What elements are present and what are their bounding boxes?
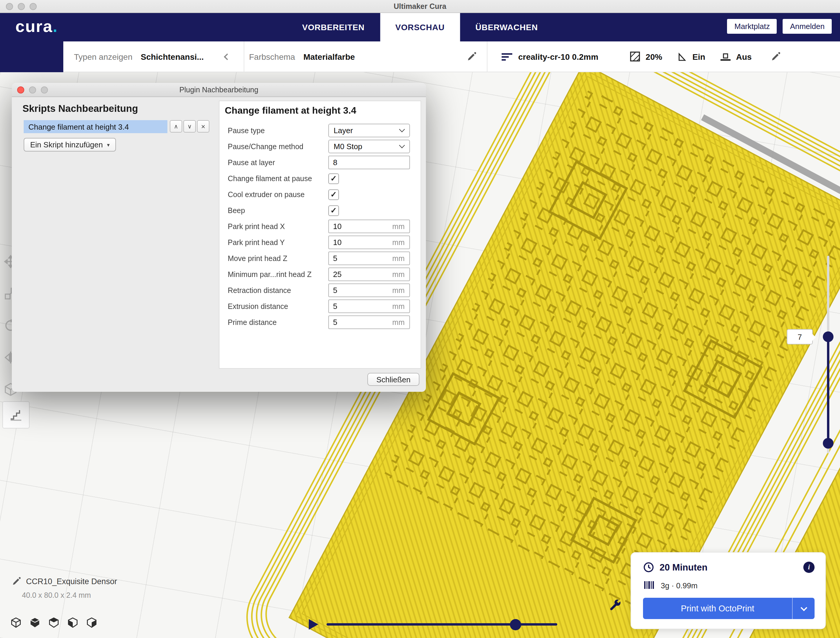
print-with-octoprint-button[interactable]: Print with OctoPrint — [643, 598, 815, 619]
print-options-caret[interactable] — [792, 598, 815, 619]
color-scheme-label: Farbschema — [249, 52, 295, 61]
zoom-window-button[interactable] — [30, 3, 37, 10]
select-value: Layer — [334, 126, 353, 135]
beep-label: Beep — [219, 206, 328, 215]
camera-view-buttons — [11, 617, 97, 628]
main-header: cura. VORBEREITENVORSCHAUÜBERWACHEN Mark… — [0, 13, 840, 41]
layer-slider[interactable]: 7 — [823, 256, 833, 453]
infill-value[interactable]: 20% — [646, 52, 662, 61]
move-print-head-z-label: Move print head Z — [219, 254, 328, 263]
field-row: Park print head Y10mm — [219, 234, 421, 250]
select-value: M0 Stop — [334, 142, 362, 151]
park-print-head-x-input[interactable]: 10mm — [328, 220, 410, 233]
layer-height-icon — [502, 52, 512, 61]
pause-type-select[interactable]: Layer — [328, 124, 410, 137]
dialog-minimize-button — [29, 86, 36, 93]
stage-toolbar: Typen anzeigen Schichtenansi... Farbsche… — [63, 41, 840, 72]
print-info-card: 20 Minuten i 3g · 0.99m Print with OctoP… — [631, 552, 826, 629]
model-dimensions: 40.0 x 80.0 x 2.4 mm — [22, 591, 117, 600]
script-list-item-selected[interactable]: Change filament at height 3.4 — [24, 120, 167, 133]
unit-label: mm — [392, 302, 404, 310]
minimum-par-rint-head-z-input[interactable]: 25mm — [328, 268, 410, 281]
info-icon[interactable]: i — [803, 562, 815, 573]
play-button[interactable] — [309, 619, 318, 630]
signin-button[interactable]: Anmelden — [783, 19, 832, 34]
input-value: 25 — [333, 270, 342, 279]
move-script-up-button[interactable]: ∧ — [170, 120, 182, 133]
remove-script-button[interactable]: × — [197, 120, 209, 133]
minimize-window-button[interactable] — [18, 3, 25, 10]
tab-berwachen[interactable]: ÜBERWACHEN — [460, 13, 553, 41]
view-front-icon[interactable] — [30, 617, 40, 628]
unit-label: mm — [392, 238, 404, 247]
color-scheme-value[interactable]: Materialfarbe — [303, 52, 355, 61]
cool-extruder-on-pause-checkbox[interactable]: ✓ — [328, 189, 339, 200]
adhesion-value[interactable]: Aus — [736, 52, 752, 61]
edit-pencil-icon[interactable] — [467, 52, 476, 61]
macos-titlebar: Ultimaker Cura — [0, 0, 840, 13]
extrusion-distance-input[interactable]: 5mm — [328, 299, 410, 313]
pause-at-layer-input[interactable]: 8 — [328, 156, 410, 169]
input-value: 8 — [333, 158, 337, 167]
field-row: Pause/Change methodM0 Stop — [219, 138, 421, 155]
add-script-dropdown[interactable]: Ein Skript hinzufügen ▾ — [24, 138, 116, 152]
tab-vorschau[interactable]: VORSCHAU — [380, 13, 460, 41]
view-right-icon[interactable] — [86, 617, 97, 628]
dialog-zoom-button — [41, 86, 48, 93]
change-filament-at-pause-checkbox[interactable]: ✓ — [328, 173, 339, 184]
collapse-chevron-icon[interactable] — [224, 53, 231, 60]
view-top-icon[interactable] — [49, 617, 59, 628]
view-left-icon[interactable] — [68, 617, 78, 628]
chevron-down-icon — [801, 604, 807, 611]
layer-slider-lower-handle[interactable] — [823, 438, 834, 449]
dialog-titlebar[interactable]: Plugin Nachbearbeitung — [12, 83, 426, 97]
printer-profile[interactable]: creality-cr-10 0.2mm — [518, 52, 598, 61]
support-icon — [677, 52, 687, 61]
view-type-value[interactable]: Schichtenansi... — [141, 52, 204, 61]
adhesion-icon — [720, 52, 731, 61]
pause-change-method-select[interactable]: M0 Stop — [328, 140, 410, 153]
input-value: 10 — [333, 222, 342, 231]
layer-slider-upper-handle[interactable] — [823, 331, 834, 342]
print-button-label: Print with OctoPrint — [643, 598, 792, 619]
marketplace-button[interactable]: Marktplatz — [727, 19, 777, 34]
unit-label: mm — [392, 222, 404, 231]
support-value[interactable]: Ein — [692, 52, 706, 61]
cura-app: 7 CCR10_Exquisite Densor 40.0 x 80.0 x 2… — [0, 0, 840, 638]
unit-label: mm — [392, 318, 404, 326]
beep-checkbox[interactable]: ✓ — [328, 205, 339, 216]
settings-heading: Change filament at height 3.4 — [225, 105, 357, 116]
layer-number: 7 — [798, 332, 802, 341]
prime-distance-input[interactable]: 5mm — [328, 315, 410, 329]
close-window-button[interactable] — [6, 3, 13, 10]
tab-vorbereiten[interactable]: VORBEREITEN — [287, 13, 380, 41]
playback-slider-handle[interactable] — [510, 619, 521, 630]
field-row: Retraction distance5mm — [219, 282, 421, 298]
object-list-panel[interactable] — [2, 401, 30, 429]
playback-slider-track[interactable] — [327, 623, 557, 625]
adjust-wrench-icon[interactable] — [608, 599, 622, 613]
move-script-down-button[interactable]: ∨ — [183, 120, 196, 133]
script-settings-panel: Change filament at height 3.4 Pause type… — [219, 101, 421, 369]
field-row: Cool extruder on pause✓ — [219, 187, 421, 203]
edit-settings-pencil-icon[interactable] — [771, 52, 780, 61]
window-controls — [6, 3, 37, 10]
close-dialog-button[interactable]: Schließen — [367, 373, 419, 386]
retraction-distance-label: Retraction distance — [219, 286, 328, 294]
move-print-head-z-input[interactable]: 5mm — [328, 252, 410, 265]
layer-slider-range[interactable] — [827, 337, 829, 443]
field-row: Pause at layer8 — [219, 155, 421, 171]
dialog-close-button[interactable] — [17, 86, 24, 93]
stage-tabs: VORBEREITENVORSCHAUÜBERWACHEN — [287, 13, 553, 41]
view-3d-icon[interactable] — [11, 617, 21, 628]
field-row: Prime distance5mm — [219, 314, 421, 330]
edit-pencil-icon[interactable] — [12, 577, 21, 586]
extrusion-distance-label: Extrusion distance — [219, 302, 328, 310]
retraction-distance-input[interactable]: 5mm — [328, 283, 410, 297]
park-print-head-y-label: Park print head Y — [219, 238, 328, 247]
cool-extruder-on-pause-label: Cool extruder on pause — [219, 190, 328, 199]
pause-change-method-label: Pause/Change method — [219, 142, 328, 150]
park-print-head-y-input[interactable]: 10mm — [328, 236, 410, 249]
cura-logo: cura. — [16, 17, 58, 36]
model-name: CCR10_Exquisite Densor — [26, 577, 117, 586]
